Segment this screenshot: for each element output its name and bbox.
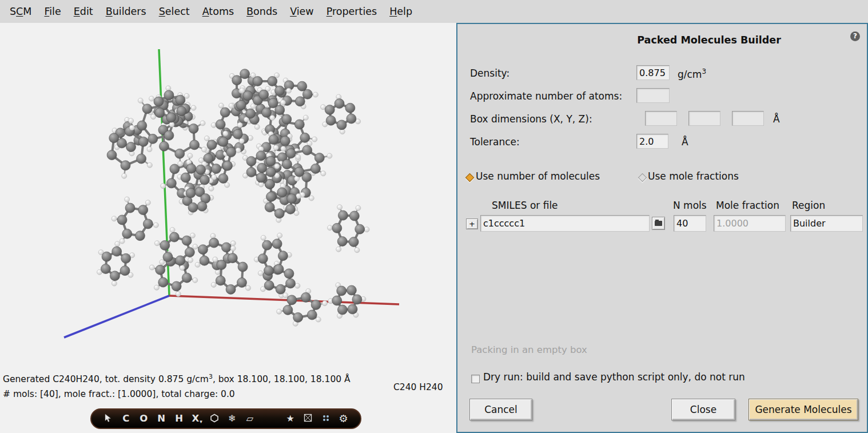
packed-molecules-builder-panel: ? Packed Molecules Builder Density: g/cm… <box>456 23 868 433</box>
nitrogen-tool[interactable]: N <box>153 414 170 424</box>
viewer-status-line1: Generated C240H240, tot. density 0.875 g… <box>3 373 351 384</box>
menu-item-bonds[interactable]: Bonds <box>240 6 284 17</box>
n-mols-input[interactable] <box>674 215 706 232</box>
settings-gear-icon[interactable]: ⚙ <box>335 414 352 424</box>
carbon-tool[interactable]: C <box>117 414 135 424</box>
column-header-nmols: N mols <box>673 200 707 211</box>
formula-label: C240 H240 <box>393 382 443 392</box>
menu-item-edit[interactable]: Edit <box>67 6 99 17</box>
use-number-of-molecules-label: Use number of molecules <box>476 170 600 182</box>
box-dimensions-label: Box dimensions (X, Y, Z): <box>470 113 592 125</box>
box-unit: Å <box>773 113 780 125</box>
favorites-star-icon[interactable]: ★ <box>281 414 299 423</box>
close-button[interactable]: Close <box>671 399 735 420</box>
molecules <box>97 69 369 327</box>
cell-box-icon[interactable] <box>299 414 317 424</box>
menu-item-builders[interactable]: Builders <box>99 6 153 17</box>
tolerance-input[interactable] <box>636 134 668 149</box>
axis-z-line <box>64 296 169 337</box>
panel-title: Packed Molecules Builder <box>549 34 868 46</box>
tolerance-unit: Å <box>682 136 688 148</box>
smiles-input[interactable] <box>480 215 650 232</box>
packing-status-text: Packing in an empty box <box>471 344 587 355</box>
oxygen-tool[interactable]: O <box>135 414 153 424</box>
plane-tool-icon[interactable]: ▱ <box>241 414 258 423</box>
menu-item-select[interactable]: Select <box>153 6 196 17</box>
ams-builder-window: SCM File Edit Builders Select Atoms Bond… <box>0 0 868 433</box>
use-number-of-molecules-radio[interactable] <box>465 173 475 182</box>
generate-molecules-button[interactable]: Generate Molecules <box>748 399 858 420</box>
approx-atoms-label: Approximate number of atoms: <box>470 90 622 102</box>
viewer-status-line2: # mols: [40], mole fract.: [1.0000], tot… <box>3 389 235 399</box>
box-z-input[interactable] <box>732 111 764 126</box>
element-x-tool[interactable]: X▾ <box>188 414 206 424</box>
menu-item-view[interactable]: View <box>284 6 320 17</box>
column-header-smiles: SMILES or file <box>492 200 558 211</box>
hydrogen-tool[interactable]: H <box>170 414 188 424</box>
viewer-toolbar: C O N H X▾ ❄ ▱ ★ ⚙ <box>90 408 361 429</box>
select-pointer-icon[interactable] <box>99 414 117 424</box>
dots-tool-icon[interactable] <box>317 414 335 424</box>
folder-icon <box>655 221 662 226</box>
menu-item-help[interactable]: Help <box>383 6 419 17</box>
menu-bar: SCM File Edit Builders Select Atoms Bond… <box>0 0 868 23</box>
browse-file-button[interactable] <box>652 217 665 230</box>
menu-item-scm[interactable]: SCM <box>3 6 38 17</box>
cancel-button[interactable]: Cancel <box>469 399 532 420</box>
menu-item-atoms[interactable]: Atoms <box>196 6 240 17</box>
add-row-button[interactable]: + <box>466 219 478 229</box>
density-label: Density: <box>470 67 509 79</box>
approx-atoms-input[interactable] <box>636 88 670 103</box>
molecule-viewer[interactable]: Generated C240H240, tot. density 0.875 g… <box>0 23 456 433</box>
region-input[interactable] <box>790 215 863 232</box>
density-unit: g/cm3 <box>678 67 706 80</box>
box-x-input[interactable] <box>645 111 677 126</box>
crystal-tool-icon[interactable]: ❄ <box>223 414 241 423</box>
tolerance-label: Tolerance: <box>470 136 520 148</box>
menu-item-file[interactable]: File <box>38 6 67 17</box>
menu-item-properties[interactable]: Properties <box>320 6 383 17</box>
dry-run-checkbox[interactable] <box>471 375 480 383</box>
use-mole-fractions-label: Use mole fractions <box>648 170 739 182</box>
molecule-scene <box>0 23 456 366</box>
box-y-input[interactable] <box>688 111 720 126</box>
mole-fraction-input[interactable] <box>714 215 786 232</box>
density-input[interactable] <box>636 65 670 80</box>
column-header-mole-fraction: Mole fraction <box>716 200 779 211</box>
use-mole-fractions-radio[interactable] <box>638 173 647 182</box>
dry-run-label: Dry run: build and save python script on… <box>483 371 745 383</box>
chevron-down-icon: ▾ <box>200 419 202 424</box>
column-header-region: Region <box>792 200 825 211</box>
ring-tool-icon[interactable] <box>206 414 224 424</box>
